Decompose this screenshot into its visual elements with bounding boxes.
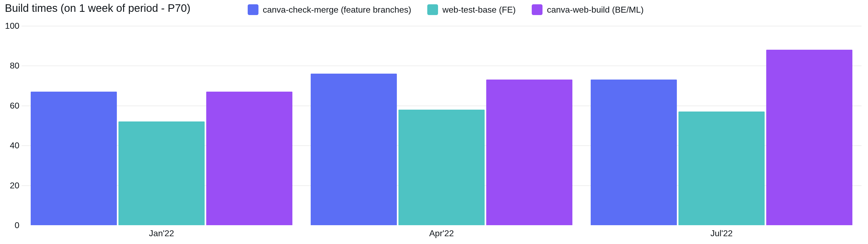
legend-swatch-2 [532, 4, 542, 15]
x-label-jan22: Jan'22 [149, 229, 174, 238]
bar-jan22-series1 [119, 121, 205, 225]
legend-swatch-0 [248, 4, 258, 15]
legend-item-0: canva-check-merge (feature branches) [248, 4, 411, 15]
chart-title: Build times (on 1 week of period - P70) [0, 0, 190, 14]
bar-jul22-series2 [766, 50, 852, 225]
chart-header: Build times (on 1 week of period - P70) … [0, 0, 868, 16]
y-label-60: 60 [3, 101, 20, 110]
group-jan22: Jan'22 [22, 26, 302, 225]
build-times-chart: Build times (on 1 week of period - P70) … [0, 0, 868, 244]
y-label-80: 80 [3, 61, 20, 71]
bar-apr22-series0 [311, 74, 397, 225]
bar-jan22-series2 [206, 92, 292, 225]
x-label-jul22: Jul'22 [711, 229, 733, 238]
y-label-20: 20 [3, 180, 20, 190]
bars-layer: Jan'22 Apr'22 Jul'22 [22, 26, 862, 225]
group-apr22: Apr'22 [302, 26, 582, 225]
group-jul22: Jul'22 [582, 26, 862, 225]
chart-legend: canva-check-merge (feature branches) web… [248, 4, 644, 15]
legend-item-1: web-test-base (FE) [427, 4, 516, 15]
bar-apr22-series1 [399, 110, 485, 225]
y-label-100: 100 [3, 21, 20, 31]
y-label-0: 0 [3, 220, 20, 230]
x-label-apr22: Apr'22 [429, 229, 454, 238]
bar-jul22-series0 [591, 79, 677, 225]
legend-swatch-1 [427, 4, 438, 15]
legend-label-2: canva-web-build (BE/ML) [547, 5, 644, 15]
y-label-40: 40 [3, 141, 20, 150]
bar-apr22-series2 [486, 79, 572, 225]
legend-label-0: canva-check-merge (feature branches) [263, 5, 411, 15]
legend-label-1: web-test-base (FE) [442, 5, 516, 15]
plot-area: 100 80 60 40 20 0 Jan'22 Apr'22 [22, 26, 862, 225]
bar-jan22-series0 [31, 92, 117, 225]
legend-item-2: canva-web-build (BE/ML) [532, 4, 644, 15]
bar-jul22-series1 [678, 111, 765, 225]
